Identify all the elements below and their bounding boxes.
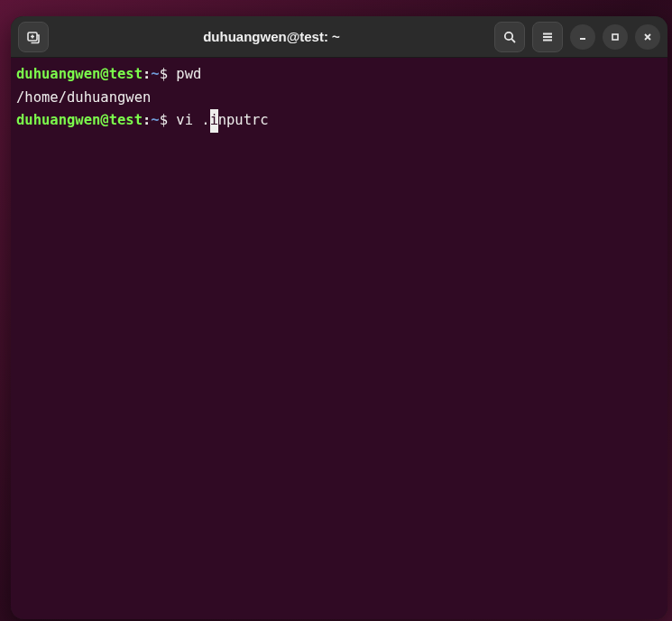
maximize-button[interactable]	[603, 24, 628, 50]
prompt-path: ~	[151, 66, 159, 82]
menu-button[interactable]	[532, 22, 563, 52]
new-tab-icon	[26, 30, 41, 44]
titlebar-left	[18, 22, 49, 52]
command-before-cursor: vi .	[176, 112, 209, 128]
minimize-icon	[577, 32, 588, 42]
close-button[interactable]	[635, 24, 660, 50]
prompt-dollar: $	[160, 112, 168, 128]
command-text: pwd	[176, 66, 201, 82]
close-icon	[642, 32, 653, 42]
maximize-icon	[610, 32, 621, 42]
search-button[interactable]	[494, 22, 525, 52]
prompt-user: duhuangwen@test	[16, 66, 143, 82]
prompt-colon: :	[143, 66, 151, 82]
prompt-dollar: $	[160, 66, 168, 82]
prompt-user: duhuangwen@test	[16, 112, 143, 128]
titlebar: duhuangwen@test: ~	[11, 16, 667, 58]
hamburger-icon	[540, 30, 555, 44]
terminal-window: duhuangwen@test: ~	[11, 16, 667, 619]
minimize-button[interactable]	[570, 24, 595, 50]
prompt-path: ~	[151, 112, 159, 128]
titlebar-right	[494, 22, 660, 52]
svg-point-1	[505, 32, 512, 39]
search-icon	[502, 30, 517, 44]
window-title: duhuangwen@test: ~	[49, 29, 494, 44]
output-line: /home/duhuangwen	[16, 89, 151, 106]
terminal-cursor: i	[210, 109, 218, 133]
svg-rect-2	[612, 34, 618, 40]
prompt-colon: :	[143, 112, 151, 128]
command-after-cursor: nputrc	[218, 112, 269, 128]
new-tab-button[interactable]	[18, 22, 49, 52]
terminal-body[interactable]: duhuangwen@test:~$ pwd /home/duhuangwen …	[11, 58, 667, 619]
